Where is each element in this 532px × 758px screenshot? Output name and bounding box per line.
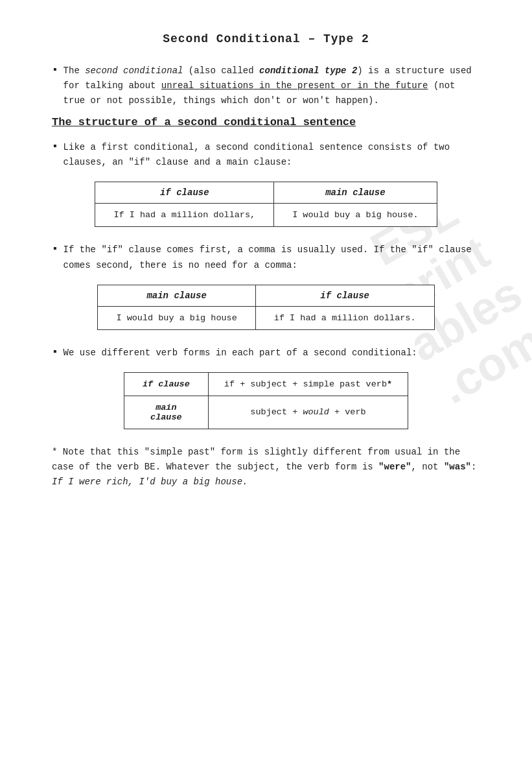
note-was: "was" (444, 462, 471, 472)
intro-text-mid1: (also called (183, 65, 259, 76)
unreal-situations-label: unreal situations (161, 80, 254, 91)
table3-container: if clause if + subject + simple past ver… (52, 372, 480, 429)
table1-header-if: if clause (95, 182, 274, 204)
table1-header-main: main clause (274, 182, 437, 204)
section1-bullet3-block: ▪ We use different verb forms in each pa… (52, 346, 480, 361)
page-title: Second Conditional – Type 2 (52, 32, 480, 45)
section1-bullet3: ▪ (52, 346, 58, 358)
section1-bullet1-block: ▪ Like a first conditional, a second con… (52, 140, 480, 170)
section1-bullet2-block: ▪ If the "if" clause comes first, a comm… (52, 243, 480, 272)
note-section: * Note that this "simple past" form is s… (52, 445, 480, 490)
intro-block: ▪ The second conditional (also called co… (52, 64, 480, 108)
table2-cell-main: I would buy a big house (98, 306, 255, 329)
conditional-type-label: conditional type 2 (259, 65, 357, 76)
table3-value-if: if + subject + simple past verb* (208, 372, 408, 396)
table1: if clause main clause If I had a million… (95, 182, 437, 227)
table-row: I would buy a big house if I had a milli… (98, 306, 434, 329)
note-were: "were" (378, 462, 411, 472)
table3-value-main: subject + would + verb (208, 396, 408, 429)
table2-container: main clause if clause I would buy a big … (52, 285, 480, 330)
table-row: If I had a million dollars, I would buy … (95, 204, 437, 227)
table3-label-main: main clause (124, 396, 208, 429)
section1-bullet2: ▪ (52, 243, 58, 255)
table3-label-if: if clause (124, 372, 208, 396)
table-row: main clause subject + would + verb (124, 396, 408, 429)
intro-text: The second conditional (also called cond… (64, 64, 480, 108)
note-example: If I were rich, I'd buy a big house. (52, 477, 248, 487)
section1-text2: If the "if" clause comes first, a comma … (64, 243, 480, 272)
table2-cell-if: if I had a million dollars. (255, 306, 434, 329)
table1-cell-main: I would buy a big house. (274, 204, 437, 227)
table2-header-if: if clause (255, 285, 434, 306)
table3: if clause if + subject + simple past ver… (124, 372, 408, 429)
table2-header-main: main clause (98, 285, 255, 306)
table1-container: if clause main clause If I had a million… (52, 182, 480, 227)
second-conditional-label: second conditional (85, 65, 183, 76)
note-text3: : (471, 462, 476, 472)
section1-text3: We use different verb forms in each part… (64, 346, 417, 361)
section1-text1: Like a first conditional, a second condi… (64, 140, 480, 170)
table1-cell-if: If I had a million dollars, (95, 204, 274, 227)
table2: main clause if clause I would buy a big … (97, 285, 434, 330)
table-row: if clause if + subject + simple past ver… (124, 372, 408, 396)
note-text: * Note that this "simple past" form is s… (52, 445, 480, 490)
intro-bullet: ▪ (52, 64, 58, 76)
section1-bullet1: ▪ (52, 141, 58, 152)
section1-heading: The structure of a second conditional se… (52, 116, 480, 128)
intro-text-start: The (64, 65, 86, 76)
note-text2: , not (411, 462, 444, 472)
intro-text-mid3: in the present or in the future (254, 80, 428, 91)
